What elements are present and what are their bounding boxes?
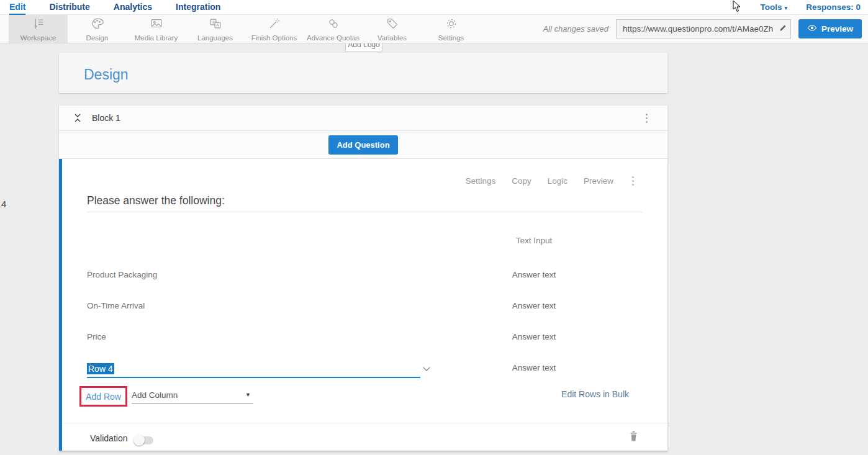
chevron-down-icon: ▾ <box>784 4 787 11</box>
add-column-dropdown[interactable]: Add Column ▼ <box>132 389 253 404</box>
workspace-icon <box>32 17 45 33</box>
matrix-row: On-Time Arrival Answer text <box>62 301 667 315</box>
tab-variables[interactable]: Variables <box>363 15 422 43</box>
row-label[interactable]: Price <box>87 332 106 341</box>
question-number: 4 <box>1 199 6 209</box>
nav-item-distribute[interactable]: Distribute <box>49 0 89 15</box>
question-copy-link[interactable]: Copy <box>512 176 531 186</box>
add-row-highlight-box: Add Row <box>79 386 127 407</box>
answer-text-placeholder[interactable]: Answer text <box>410 332 658 341</box>
tab-advance-quotas[interactable]: Advance Quotas <box>304 15 363 43</box>
add-row-button[interactable]: Add Row <box>86 392 121 402</box>
tab-media-library[interactable]: Media Library <box>127 15 186 43</box>
tab-design[interactable]: Design <box>68 15 127 43</box>
matrix-row: Product Packaging Answer text <box>62 270 667 284</box>
advance-quotas-icon <box>327 17 340 33</box>
answer-text-placeholder[interactable]: Answer text <box>410 270 658 279</box>
tab-workspace[interactable]: Workspace <box>9 15 68 43</box>
selected-text: Row 4 <box>87 363 114 374</box>
row-label-input[interactable]: Row 4 <box>87 363 420 378</box>
page-title: Design <box>84 66 129 83</box>
question-title-underline <box>87 212 643 212</box>
responses-count[interactable]: Responses: 0 <box>806 2 861 12</box>
media-library-icon <box>150 17 163 33</box>
row-label[interactable]: Product Packaging <box>87 270 157 279</box>
editor-toolbar: Workspace Design Media Library 文A Langua… <box>0 15 868 43</box>
top-navigation: Edit Distribute Analytics Integration To… <box>0 0 868 15</box>
question-card: Settings Copy Logic Preview Please answe… <box>59 159 667 451</box>
question-logic-link[interactable]: Logic <box>548 176 567 186</box>
design-icon <box>91 17 104 33</box>
design-header-card: Design <box>59 53 667 93</box>
preview-button[interactable]: Preview <box>798 19 862 38</box>
validation-row: Validation <box>62 431 667 449</box>
block-menu-icon[interactable] <box>643 111 650 125</box>
tools-dropdown[interactable]: Tools ▾ <box>760 2 787 12</box>
tab-finish-options[interactable]: Finish Options <box>245 15 304 43</box>
languages-icon: 文A <box>209 17 222 33</box>
save-status: All changes saved <box>543 24 608 34</box>
question-title[interactable]: Please answer the following: <box>87 194 225 207</box>
answer-text-placeholder[interactable]: Answer text <box>410 363 658 372</box>
tab-settings[interactable]: Settings <box>422 15 481 43</box>
block-header: Block 1 <box>59 106 667 131</box>
question-settings-link[interactable]: Settings <box>465 176 495 186</box>
toggle-knob <box>133 435 145 446</box>
edit-rows-in-bulk-link[interactable]: Edit Rows in Bulk <box>561 389 629 399</box>
eye-icon <box>807 24 817 34</box>
question-menu-icon[interactable] <box>630 174 636 188</box>
add-question-button[interactable]: Add Question <box>328 135 397 155</box>
delete-question-icon[interactable] <box>629 431 638 444</box>
row-actions: Add Row Add Column ▼ Edit Rows in Bulk <box>62 386 667 413</box>
divider <box>62 423 667 423</box>
question-toolbar: Settings Copy Logic Preview <box>465 174 636 188</box>
nav-item-edit[interactable]: Edit <box>9 0 25 15</box>
survey-url-input[interactable] <box>617 24 775 34</box>
validation-label: Validation <box>90 433 127 443</box>
settings-icon <box>445 17 458 33</box>
block-title: Block 1 <box>92 113 120 123</box>
matrix-row-editing: Row 4 Answer text <box>62 363 667 377</box>
nav-item-integration[interactable]: Integration <box>176 0 220 15</box>
row-label[interactable]: On-Time Arrival <box>87 301 145 310</box>
tab-languages[interactable]: 文A Languages <box>186 15 245 43</box>
svg-text:A: A <box>216 22 219 27</box>
variables-icon <box>386 17 399 33</box>
nav-menu: Edit Distribute Analytics Integration <box>9 0 220 15</box>
edit-url-icon[interactable] <box>775 24 790 35</box>
survey-url-field[interactable] <box>616 19 791 38</box>
add-question-bar: Add Question <box>59 131 667 159</box>
nav-item-analytics[interactable]: Analytics <box>114 0 152 15</box>
question-preview-link[interactable]: Preview <box>584 176 613 186</box>
finish-options-icon <box>268 17 281 33</box>
validation-toggle[interactable] <box>135 436 153 444</box>
column-header-text-input[interactable]: Text Input <box>410 236 658 245</box>
matrix-row: Price Answer text <box>62 332 667 346</box>
answer-text-placeholder[interactable]: Answer text <box>410 301 658 310</box>
collapse-block-icon[interactable] <box>73 112 82 124</box>
dropdown-caret-icon: ▼ <box>245 392 251 398</box>
